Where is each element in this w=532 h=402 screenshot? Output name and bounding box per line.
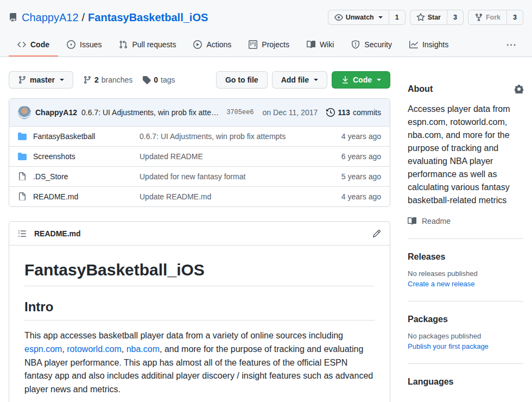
releases-empty-text: No releases published <box>408 269 523 278</box>
file-link[interactable]: README.md <box>33 192 133 201</box>
commit-message-link[interactable]: 0.6.7: UI Adjustments, win prob fix atte… <box>81 108 219 117</box>
issue-opened-icon <box>67 40 75 49</box>
sidebar-readme-label: Readme <box>422 217 451 225</box>
sidebar-readme-link[interactable]: Readme <box>408 217 523 225</box>
repo-content-column: master 2 branches 0 tags Go to file <box>9 57 390 402</box>
nav-overflow-button[interactable]: ··· <box>500 40 523 50</box>
forks-count[interactable]: 3 <box>506 10 523 25</box>
branch-bar: master 2 branches 0 tags Go to file <box>9 71 390 89</box>
header-actions: Unwatch 1 Star 3 Fo <box>328 10 523 25</box>
branches-link[interactable]: 2 branches <box>83 76 132 84</box>
repo-name-link[interactable]: FantasyBasketball_iOS <box>88 11 208 24</box>
code-icon <box>17 40 26 49</box>
file-age: 5 years ago <box>321 172 381 181</box>
go-to-file-button[interactable]: Go to file <box>216 71 268 89</box>
file-commit-message[interactable]: 0.6.7: UI Adjustments, win prob fix atte… <box>140 132 315 141</box>
table-row: Screenshots Updated README 6 years ago <box>9 146 390 166</box>
folder-icon <box>18 152 27 161</box>
repo-owner-link[interactable]: ChappyA12 <box>22 11 79 24</box>
rotoworld-link[interactable]: rotoworld.com <box>67 344 121 354</box>
history-icon <box>326 108 335 117</box>
readme-content: FantasyBasketball_iOS Intro This app acc… <box>9 246 390 402</box>
chevron-down-icon <box>314 79 318 81</box>
create-release-link[interactable]: Create a new release <box>408 280 523 288</box>
packages-section: Packages No packages published Publish y… <box>408 301 523 363</box>
tab-wiki[interactable]: Wiki <box>298 34 343 56</box>
commit-meta: 3705ee6 on Dec 11, 2017 113 commits <box>226 108 381 117</box>
tab-issues-label: Issues <box>80 40 102 49</box>
path-separator: / <box>82 11 85 24</box>
fork-button[interactable]: Fork <box>468 10 507 25</box>
tag-icon <box>142 76 151 84</box>
file-commit-message[interactable]: Updated for new fantasy format <box>140 172 315 181</box>
watchers-count[interactable]: 1 <box>389 10 406 25</box>
branch-selector[interactable]: master <box>9 71 73 89</box>
play-icon <box>193 40 202 49</box>
tab-actions[interactable]: Actions <box>185 34 240 56</box>
tags-link[interactable]: 0 tags <box>142 76 175 84</box>
nba-link[interactable]: nba.com <box>126 344 160 354</box>
commit-hash-link[interactable]: 3705ee6 <box>226 109 254 116</box>
commit-history-link[interactable]: 113 commits <box>326 108 381 117</box>
star-button-group: Star 3 <box>410 10 464 25</box>
tab-code[interactable]: Code <box>9 34 58 56</box>
stars-count[interactable]: 3 <box>447 10 464 25</box>
watch-button-group: Unwatch 1 <box>328 10 406 25</box>
branches-label: branches <box>102 76 133 84</box>
graph-icon <box>409 40 418 49</box>
star-button[interactable]: Star <box>410 10 447 25</box>
file-link[interactable]: .DS_Store <box>33 172 133 181</box>
branch-actions: Go to file Add file Code <box>216 71 390 89</box>
file-link[interactable]: FantasyBasketball <box>33 132 133 141</box>
tab-projects[interactable]: Projects <box>240 34 298 56</box>
languages-section: Languages <box>408 363 523 400</box>
file-commit-message[interactable]: Updated README <box>140 152 315 161</box>
file-age: 6 years ago <box>321 152 381 161</box>
packages-empty-text: No packages published <box>408 332 523 340</box>
releases-heading[interactable]: Releases <box>408 252 523 262</box>
gear-icon[interactable] <box>515 85 523 93</box>
branches-count: 2 <box>94 76 99 84</box>
tab-security[interactable]: Security <box>343 34 401 56</box>
languages-heading: Languages <box>408 377 523 387</box>
git-pull-request-icon <box>119 40 128 49</box>
list-unordered-icon[interactable] <box>18 229 27 238</box>
table-row: FantasyBasketball 0.6.7: UI Adjustments,… <box>9 126 390 146</box>
tab-insights[interactable]: Insights <box>401 34 457 56</box>
shield-icon <box>351 40 360 49</box>
file-icon <box>18 172 27 181</box>
commit-author-link[interactable]: ChappyA12 <box>35 108 77 117</box>
code-button[interactable]: Code <box>332 71 390 89</box>
main-content: master 2 branches 0 tags Go to file <box>0 57 532 402</box>
file-age: 4 years ago <box>321 192 381 201</box>
table-row: README.md Update README.md 4 years ago <box>9 186 390 206</box>
unwatch-button[interactable]: Unwatch <box>328 10 389 25</box>
readme-box: README.md FantasyBasketball_iOS Intro Th… <box>9 221 390 402</box>
tab-issues[interactable]: Issues <box>58 34 110 56</box>
tab-code-label: Code <box>30 40 49 49</box>
readme-header: README.md <box>9 222 390 246</box>
add-file-button[interactable]: Add file <box>272 71 327 89</box>
tab-pull-requests-label: Pull requests <box>132 40 176 49</box>
file-browser-box: ChappyA12 0.6.7: UI Adjustments, win pro… <box>9 98 390 207</box>
project-icon <box>249 40 257 49</box>
packages-heading[interactable]: Packages <box>408 315 523 324</box>
sidebar: About Accesses player data from espn.com… <box>408 57 523 402</box>
tab-wiki-label: Wiki <box>320 40 334 49</box>
readme-title: FantasyBasketball_iOS <box>24 261 375 286</box>
chevron-down-icon <box>60 79 64 81</box>
about-section: About Accesses player data from espn.com… <box>408 77 523 238</box>
latest-commit-bar: ChappyA12 0.6.7: UI Adjustments, win pro… <box>9 99 390 126</box>
publish-package-link[interactable]: Publish your first package <box>408 342 523 350</box>
file-commit-message[interactable]: Update README.md <box>140 192 315 201</box>
tab-pull-requests[interactable]: Pull requests <box>110 34 185 56</box>
avatar[interactable] <box>18 106 31 119</box>
unwatch-label: Unwatch <box>346 14 374 21</box>
about-heading: About <box>408 84 433 94</box>
file-age: 4 years ago <box>321 132 381 141</box>
releases-section: Releases No releases published Create a … <box>408 238 523 301</box>
pencil-icon[interactable] <box>372 229 381 238</box>
file-link[interactable]: Screenshots <box>33 152 133 161</box>
commits-count: 113 <box>338 108 350 117</box>
espn-link[interactable]: espn.com <box>24 344 62 354</box>
